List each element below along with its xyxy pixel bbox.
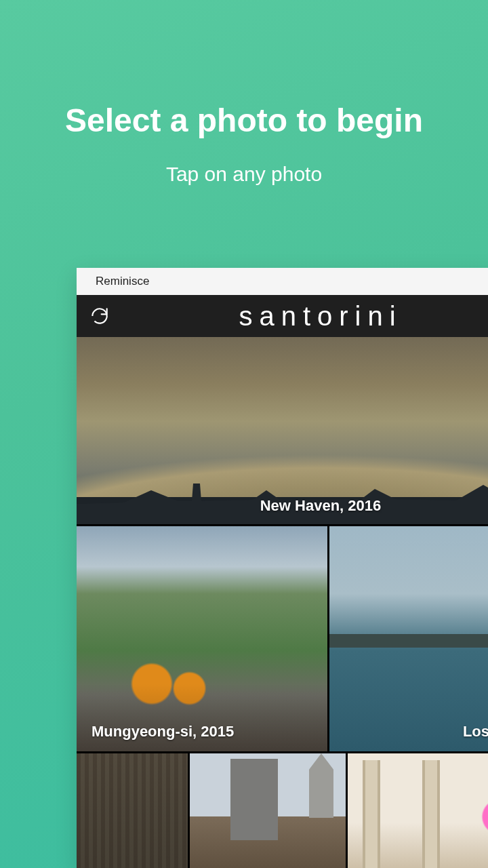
photo-tile[interactable]: [77, 753, 188, 868]
grid-row: Mungyeong-si, 2015 Los Angeles,: [77, 526, 488, 751]
promo-headline: Select a photo to begin: [0, 102, 488, 139]
toolbar-title: santorini: [77, 301, 488, 332]
promo-subhead: Tap on any photo: [0, 163, 488, 186]
photo-grid: New Haven, 2016 Mungyeong-si, 2015 Los A…: [77, 337, 488, 868]
photo-tile[interactable]: Los Angeles,: [329, 526, 488, 751]
window-titlebar: Reminisce: [77, 268, 488, 295]
grid-row: [77, 753, 488, 868]
photo-caption: Mungyeong-si, 2015: [92, 723, 234, 741]
window-title: Reminisce: [96, 275, 149, 288]
photo-caption: Los Angeles,: [463, 723, 488, 741]
photo-tile[interactable]: New Haven, 2016: [77, 337, 488, 524]
refresh-icon[interactable]: [89, 305, 110, 327]
photo-caption: New Haven, 2016: [260, 497, 382, 515]
photo-tile[interactable]: [190, 753, 346, 868]
app-window: Reminisce santorini New Haven, 2016 Mung…: [77, 268, 488, 868]
photo-tile[interactable]: Mungyeong-si, 2015: [77, 526, 327, 751]
photo-tile[interactable]: [348, 753, 488, 868]
app-toolbar: santorini: [77, 295, 488, 337]
